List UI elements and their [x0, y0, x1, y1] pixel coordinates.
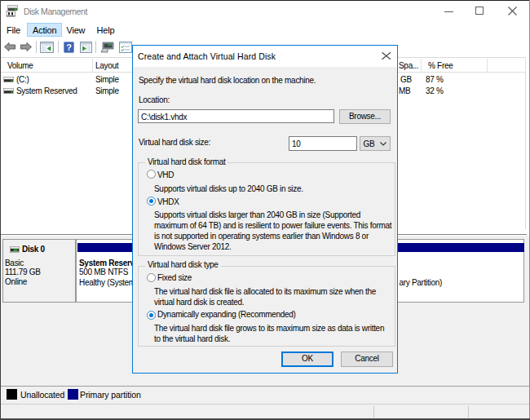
- svg-text:?: ?: [66, 42, 72, 52]
